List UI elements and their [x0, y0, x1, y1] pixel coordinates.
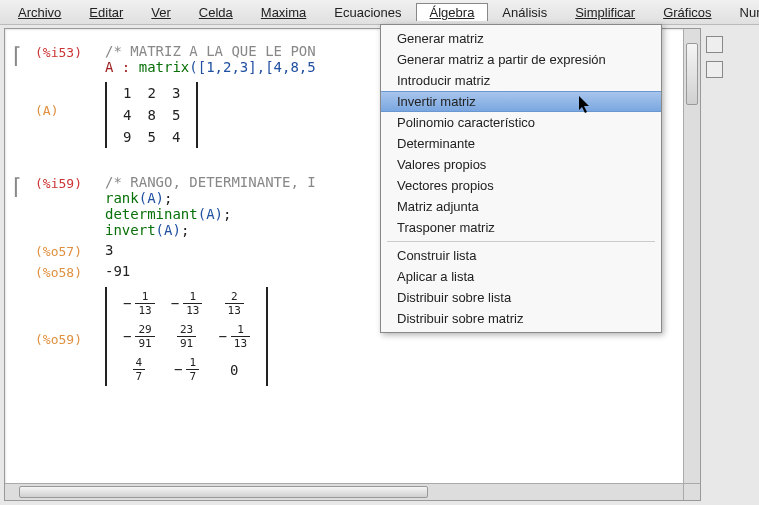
label-o58: (%o58): [35, 263, 105, 280]
scrollbar-corner: [683, 483, 700, 500]
side-button-2[interactable]: [706, 61, 723, 78]
fold-icon[interactable]: ⌈: [13, 174, 22, 200]
fold-icon[interactable]: ⌈: [13, 43, 22, 69]
horizontal-scrollbar[interactable]: [5, 483, 684, 500]
label-o59: (%o59): [35, 284, 105, 347]
menu-celda[interactable]: Celda: [185, 3, 247, 22]
menu-analisis[interactable]: Análisis: [488, 3, 561, 22]
menu-archivo[interactable]: Archivo: [4, 3, 75, 22]
label-i53: (%i53): [35, 43, 105, 60]
matrix-inverse: −113 −113 213 −2991 2391 −113 47 −17 0: [105, 287, 268, 386]
mi-generar-expr[interactable]: Generar matriz a partir de expresión: [381, 49, 661, 70]
label-o57: (%o57): [35, 242, 105, 259]
vertical-scrollbar[interactable]: [683, 29, 700, 484]
mi-generar-matriz[interactable]: Generar matriz: [381, 28, 661, 49]
mi-adjunta[interactable]: Matriz adjunta: [381, 196, 661, 217]
menu-algebra[interactable]: Álgebra: [416, 3, 489, 21]
menu-ecuaciones[interactable]: Ecuaciones: [320, 3, 415, 22]
menu-simplificar[interactable]: Simplificar: [561, 3, 649, 22]
menu-separator: [387, 241, 655, 242]
mi-dist-lista[interactable]: Distribuir sobre lista: [381, 287, 661, 308]
mi-invertir[interactable]: Invertir matriz: [381, 91, 661, 112]
menu-numerico[interactable]: Numérico: [726, 3, 759, 22]
comment: /* RANGO, DETERMINANTE, I: [105, 174, 316, 190]
side-button-1[interactable]: [706, 36, 723, 53]
menu-maxima[interactable]: Maxima: [247, 3, 321, 22]
label-i59: (%i59): [35, 174, 105, 191]
mi-aplicar-lista[interactable]: Aplicar a lista: [381, 266, 661, 287]
mi-vectores[interactable]: Vectores propios: [381, 175, 661, 196]
menu-graficos[interactable]: Gráficos: [649, 3, 725, 22]
mi-construir-lista[interactable]: Construir lista: [381, 245, 661, 266]
menu-editar[interactable]: Editar: [75, 3, 137, 22]
algebra-dropdown: Generar matriz Generar matriz a partir d…: [380, 24, 662, 333]
menu-ver[interactable]: Ver: [137, 3, 185, 22]
label-A: (A): [35, 79, 105, 118]
mi-polinomio[interactable]: Polinomio característico: [381, 112, 661, 133]
mi-dist-matriz[interactable]: Distribuir sobre matriz: [381, 308, 661, 329]
mi-trasponer[interactable]: Trasponer matriz: [381, 217, 661, 238]
mi-valores[interactable]: Valores propios: [381, 154, 661, 175]
comment: /* MATRIZ A LA QUE LE PON: [105, 43, 316, 59]
menubar: Archivo Editar Ver Celda Maxima Ecuacion…: [0, 0, 759, 25]
matrix-A: 123 485 954: [105, 82, 198, 148]
mi-determinante[interactable]: Determinante: [381, 133, 661, 154]
mi-introducir[interactable]: Introducir matriz: [381, 70, 661, 91]
